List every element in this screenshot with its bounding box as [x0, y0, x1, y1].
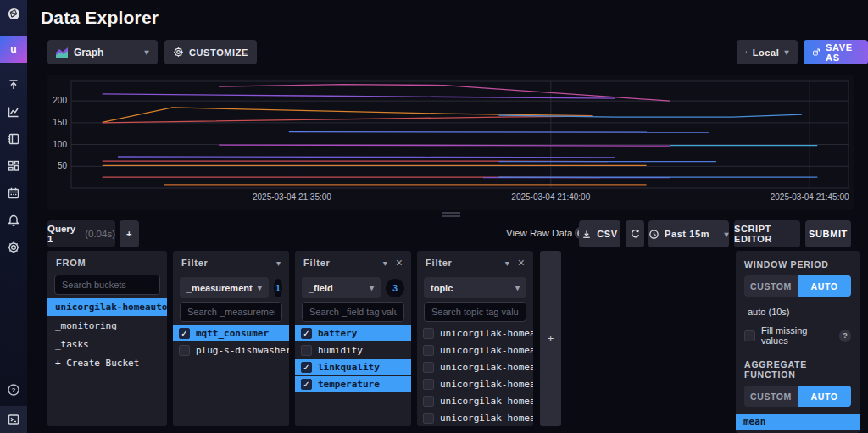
create-bucket-button[interactable]: + Create Bucket: [47, 354, 167, 372]
filter-value-label: humidity: [318, 345, 363, 356]
checkbox-checked[interactable]: ✓: [301, 379, 312, 390]
filter-value-row[interactable]: unicorgilak-homeautom_: [417, 325, 533, 341]
tasks-icon[interactable]: [0, 180, 27, 207]
add-filter-button[interactable]: +: [540, 251, 561, 426]
checkbox-unchecked[interactable]: [423, 413, 434, 424]
filter-value-row[interactable]: ✓linkquality: [295, 359, 411, 375]
checkbox-unchecked[interactable]: [423, 345, 434, 356]
from-title: FROM: [56, 258, 86, 268]
filter-value-label: unicorgilak-homeautom_: [440, 413, 533, 424]
org-avatar[interactable]: u: [0, 36, 27, 63]
help-icon[interactable]: ?: [839, 330, 851, 342]
panel-resize-handle[interactable]: [442, 212, 460, 217]
aggregate-list: meanmedianlast: [736, 414, 860, 433]
filter-value-row[interactable]: unicorgilak-homeautom_: [417, 342, 533, 358]
checkbox-unchecked[interactable]: [423, 396, 434, 407]
checkbox-unchecked[interactable]: [423, 379, 434, 390]
aggregate-custom-button[interactable]: CUSTOM: [744, 386, 798, 407]
time-range-dropdown[interactable]: Past 15m ▾: [648, 220, 729, 247]
chevron-down-icon[interactable]: ▾: [383, 258, 387, 268]
filter-key-dropdown[interactable]: _measurement ▾: [180, 277, 269, 298]
svg-text:2025-03-04 21:35:00: 2025-03-04 21:35:00: [253, 192, 331, 202]
filter-value-search-input[interactable]: [424, 302, 526, 322]
svg-text:200: 200: [53, 96, 67, 105]
filter-value-row[interactable]: unicorgilak-homeautom_: [417, 359, 533, 375]
close-icon[interactable]: ×: [518, 257, 525, 269]
filter-value-label: battery: [318, 328, 357, 339]
customize-button[interactable]: CUSTOMIZE: [164, 40, 257, 64]
chevron-down-icon[interactable]: ▾: [276, 258, 281, 268]
svg-text:2025-03-04 21:45:00: 2025-03-04 21:45:00: [771, 192, 849, 202]
query-tab[interactable]: Query 1 (0.04s): [47, 220, 115, 247]
csv-button[interactable]: CSV: [579, 220, 620, 247]
filter-value-row[interactable]: plug-s-dishwasher: [173, 342, 289, 358]
feedback-icon[interactable]: [0, 406, 27, 433]
chevron-down-icon: ▾: [144, 47, 149, 57]
dashboards-icon[interactable]: [0, 153, 27, 180]
local-dropdown[interactable]: Local ▾: [737, 40, 798, 64]
filter-value-row[interactable]: ✓mqtt_consumer: [173, 325, 289, 341]
filter-value-row[interactable]: ✓battery: [295, 325, 411, 341]
bucket-item[interactable]: _monitoring: [47, 317, 167, 335]
chevron-down-icon[interactable]: ▾: [505, 258, 509, 268]
chevron-down-icon: ▾: [724, 230, 729, 239]
close-icon[interactable]: ×: [396, 257, 403, 269]
checkbox-unchecked[interactable]: [301, 345, 312, 356]
filter-card-topic: Filter ▾ × topic ▾ unicorgilak-homeautom…: [417, 251, 533, 426]
settings-icon[interactable]: [0, 234, 27, 261]
save-as-button[interactable]: SAVE AS: [804, 40, 868, 64]
bucket-item[interactable]: _tasks: [47, 336, 167, 353]
sidebar: u ?: [0, 0, 27, 433]
chart-series-series-9: [118, 157, 615, 158]
submit-button[interactable]: SUBMIT: [805, 220, 851, 247]
checkbox-unchecked[interactable]: [423, 328, 434, 339]
view-type-dropdown[interactable]: Graph ▾: [47, 40, 158, 64]
checkbox-unchecked[interactable]: [179, 345, 190, 356]
filter-key-dropdown[interactable]: _field ▾: [302, 277, 381, 298]
filter-value-label: plug-s-dishwasher: [196, 345, 289, 356]
filter-value-label: unicorgilak-homeautom_: [440, 362, 533, 373]
help-icon[interactable]: ?: [0, 376, 27, 403]
filter-value-row[interactable]: ✓temperature: [295, 376, 411, 392]
aggregate-auto-button[interactable]: AUTO: [798, 386, 851, 407]
filter-value-label: temperature: [318, 379, 380, 390]
filter-key-label: _field: [309, 283, 333, 293]
influxdb-logo-icon[interactable]: [0, 0, 27, 27]
script-editor-label: SCRIPT EDITOR: [734, 224, 800, 244]
window-custom-button[interactable]: CUSTOM: [744, 275, 798, 297]
filter-value-search-input[interactable]: [180, 302, 282, 322]
filter-value-label: unicorgilak-homeautom_: [440, 345, 533, 356]
alerts-icon[interactable]: [0, 207, 27, 234]
load-data-icon[interactable]: [0, 71, 27, 98]
filter-key-dropdown[interactable]: topic ▾: [424, 277, 526, 298]
bucket-search-input[interactable]: [54, 275, 160, 295]
filter-value-search-input[interactable]: [302, 302, 404, 322]
filter-value-label: unicorgilak-homeautom_: [440, 379, 533, 390]
filter-value-row[interactable]: unicorgilak-homeautom_: [417, 393, 533, 409]
checkbox-unchecked[interactable]: [423, 362, 434, 373]
aggregate-function-title: AGGREGATE FUNCTION: [744, 359, 851, 380]
filter-value-row[interactable]: humidity: [295, 342, 411, 358]
script-editor-button[interactable]: SCRIPT EDITOR: [734, 220, 800, 247]
data-explorer-icon[interactable]: [0, 98, 27, 125]
chart-svg: 501001502002025-03-04 21:35:002025-03-04…: [47, 75, 854, 210]
fill-missing-checkbox[interactable]: [744, 330, 755, 341]
query-tab-label: Query 1: [47, 224, 81, 244]
refresh-button[interactable]: [626, 220, 644, 247]
checkbox-checked[interactable]: ✓: [301, 328, 312, 339]
filter-card-field: Filter ▾ × _field ▾ 3 ✓batteryhumidity✓l…: [295, 251, 411, 426]
filter-value-row[interactable]: unicorgilak-homeautom_: [417, 410, 533, 426]
add-query-button[interactable]: +: [120, 220, 139, 247]
aggregate-function-item[interactable]: mean: [736, 414, 860, 430]
checkbox-checked[interactable]: ✓: [301, 362, 312, 373]
notebooks-icon[interactable]: [0, 125, 27, 153]
window-period-toggle: CUSTOM AUTO: [744, 275, 851, 297]
svg-text:100: 100: [53, 140, 67, 149]
fill-missing-label: Fill missing values: [761, 325, 833, 346]
bucket-item[interactable]: unicorgilak-homeautom_: [47, 298, 167, 316]
checkbox-checked[interactable]: ✓: [179, 328, 190, 339]
filter-value-row[interactable]: unicorgilak-homeautom_: [417, 376, 533, 392]
filter-title: Filter: [181, 258, 209, 268]
window-auto-button[interactable]: AUTO: [798, 275, 851, 297]
chart-series-series-6: [289, 132, 709, 133]
